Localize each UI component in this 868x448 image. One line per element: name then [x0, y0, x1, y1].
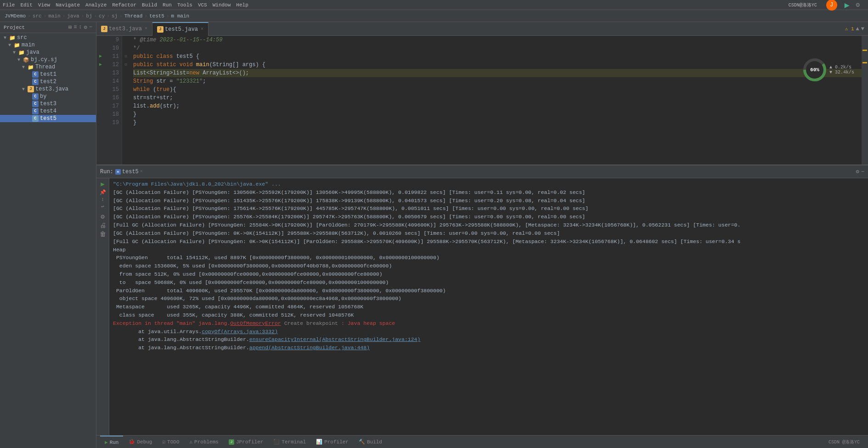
run-settings2-btn[interactable]: ⚙ — [101, 213, 104, 221]
run-wrap-btn[interactable]: ↩ — [101, 204, 104, 210]
menu-build[interactable]: Build — [142, 2, 157, 8]
run-line-eden: eden space 153600K, 5% used [0x00000000f… — [113, 262, 864, 270]
code-lines: * @time 2023--01--15--14:59 */ public cl… — [130, 36, 862, 164]
terminal-icon: ⬛ — [273, 439, 280, 445]
tree-test5-label: test5 — [40, 115, 56, 122]
stack1-link[interactable]: copyOf(Arrays.java:3332) — [202, 329, 278, 335]
error-nav-up[interactable]: ▲ — [856, 26, 859, 32]
menu-run[interactable]: Run — [163, 2, 172, 8]
tree-package[interactable]: ▼ 📦 bj.cy.sj — [0, 56, 96, 63]
bc-thread[interactable]: Thread — [124, 13, 143, 19]
build-icon: 🔨 — [359, 439, 365, 445]
test2-class-icon: C — [32, 79, 39, 85]
bc-test5[interactable]: test5 — [149, 13, 164, 19]
bottom-tab-build[interactable]: 🔨 Build — [354, 436, 387, 448]
right-gutter — [862, 36, 868, 164]
menu-window[interactable]: Window — [213, 2, 231, 8]
menu-csdn[interactable]: CSDN@洛洛YC — [789, 2, 817, 8]
menu-help[interactable]: Help — [236, 2, 248, 8]
tree-main-label: main — [22, 42, 35, 48]
menu-bar: File Edit View Navigate Analyze Refactor… — [0, 0, 868, 10]
tree-by-label: by — [40, 93, 46, 100]
build-button[interactable]: ⚙ — [856, 1, 860, 9]
bottom-tab-debug[interactable]: 🐞 Debug — [124, 436, 157, 448]
main-folder-icon: 📁 — [14, 42, 20, 48]
project-expand-btn[interactable]: ⊞ — [68, 24, 72, 31]
bottom-tab-profiler[interactable]: 📊 Profiler — [311, 436, 353, 448]
project-sort-btn[interactable]: ↕ — [79, 24, 82, 31]
bottom-tab-run[interactable]: ▶ Run — [100, 436, 123, 448]
tree-java[interactable]: ▼ 📁 java — [0, 49, 96, 56]
run-print-btn[interactable]: 🖨 — [100, 222, 106, 229]
tree-test1[interactable]: ▶ C test1 — [0, 71, 96, 78]
tree-src[interactable]: ▼ 📁 src — [0, 34, 96, 41]
run-line-object: object space 409600K, 72% used [0x000000… — [113, 295, 864, 303]
project-panel: Project ⊞ ≡ ↕ ⚙ − ▼ 📁 src ▼ 📁 main — [0, 22, 96, 448]
run-line-gc3: [GC (Allocation Failure) [PSYoungGen: 17… — [113, 204, 864, 213]
menu-analyze[interactable]: Analyze — [85, 2, 107, 8]
tree-test4[interactable]: ▶ C test4 — [0, 108, 96, 115]
bc-cy[interactable]: cy — [99, 13, 105, 19]
bottom-tab-terminal[interactable]: ⬛ Terminal — [269, 436, 310, 448]
menu-refactor[interactable]: Refactor — [112, 2, 136, 8]
menu-vcs[interactable]: VCS — [198, 2, 207, 8]
tab-test5-close[interactable]: × — [201, 27, 203, 32]
tree-test5[interactable]: ▶ C test5 — [0, 115, 96, 122]
stack3-link[interactable]: append(AbstractStringBuilder.java:448) — [249, 345, 370, 351]
run-tab-active[interactable]: m test5 × — [115, 169, 143, 175]
tree-test3[interactable]: ▶ C test3 — [0, 100, 96, 108]
project-minimize-btn[interactable]: − — [89, 24, 92, 31]
tree-thread[interactable]: ▼ 📁 Thread — [0, 63, 96, 71]
run-settings-btn[interactable]: ⚙ — [856, 168, 859, 175]
run-pin-btn[interactable]: 📌 — [100, 189, 106, 195]
project-collapse-btn[interactable]: ≡ — [73, 24, 77, 31]
oom-error-link[interactable]: OutOfMemoryError — [230, 320, 281, 326]
tab-test5[interactable]: J test5.java × — [152, 22, 209, 36]
bc-src[interactable]: src — [33, 13, 42, 19]
run-tab-close[interactable]: × — [140, 169, 143, 174]
bc-main[interactable]: main — [48, 13, 60, 19]
fold-11[interactable]: ⊟ — [124, 52, 127, 61]
menu-file[interactable]: File — [3, 2, 15, 8]
menu-navigate[interactable]: Navigate — [56, 2, 80, 8]
menu-view[interactable]: View — [38, 2, 50, 8]
tab-test3-close[interactable]: × — [145, 26, 147, 31]
menu-tools[interactable]: Tools — [177, 2, 192, 8]
test1-class-icon: C — [32, 71, 39, 78]
bc-bj[interactable]: bj — [86, 13, 92, 19]
run-clear-btn[interactable]: 🗑 — [100, 231, 106, 238]
project-settings-btn[interactable]: ⚙ — [84, 24, 87, 31]
stack2-link[interactable]: ensureCapacityInternal(AbstractStringBui… — [249, 336, 421, 342]
tree-test3java[interactable]: ▼ J test3.java — [0, 85, 96, 93]
menu-edit[interactable]: Edit — [20, 2, 32, 8]
run-line-heap: Heap — [113, 246, 864, 254]
problems-icon: ⚠ — [189, 439, 192, 445]
tree-main[interactable]: ▼ 📁 main — [0, 41, 96, 49]
code-line-17: list.add(str); — [133, 102, 862, 110]
tab-test3-icon: J — [101, 26, 107, 32]
bc-jvmdemo[interactable]: JVMDemo — [5, 13, 26, 19]
run-line-stack3: at java.lang.AbstractStringBuilder.appen… — [113, 344, 864, 352]
run-line-gc5: [GC (Allocation Failure) [PSYoungGen: 0K… — [113, 229, 864, 238]
error-nav-down[interactable]: ▼ — [861, 26, 864, 32]
bottom-tab-problems[interactable]: ⚠ Problems — [185, 436, 223, 448]
bottom-tab-jprofiler[interactable]: J JProfiler — [224, 436, 268, 448]
arrow-gutter: ▶ ▶ — [96, 36, 105, 164]
run-header: Run: m test5 × ⚙ − — [96, 165, 868, 178]
run-scroll-btn[interactable]: ↕ — [101, 197, 104, 202]
tree-test2[interactable]: ▶ C test2 — [0, 78, 96, 85]
tab-test3[interactable]: J test3.java × — [96, 22, 152, 36]
bottom-tab-csdn[interactable]: CSDN @洛洛YC — [824, 436, 864, 448]
tab-test5-label: test5.java — [165, 26, 198, 33]
run-play-btn[interactable]: ▶ — [101, 180, 104, 188]
fold-12[interactable]: ⊟ — [124, 61, 127, 69]
run-button[interactable]: ▶ — [845, 0, 850, 10]
bc-java[interactable]: java — [67, 13, 79, 19]
tree-by[interactable]: ▶ C by — [0, 93, 96, 100]
bottom-tab-todo[interactable]: ☑ TODO — [158, 436, 184, 448]
run-line-meta: Metaspace used 3265K, capacity 4496K, co… — [113, 303, 864, 311]
src-folder-icon: 📁 — [9, 35, 16, 41]
bc-main-method[interactable]: m main — [171, 13, 190, 19]
bc-sj[interactable]: sj — [112, 13, 118, 19]
run-minimize-btn[interactable]: − — [861, 169, 864, 175]
